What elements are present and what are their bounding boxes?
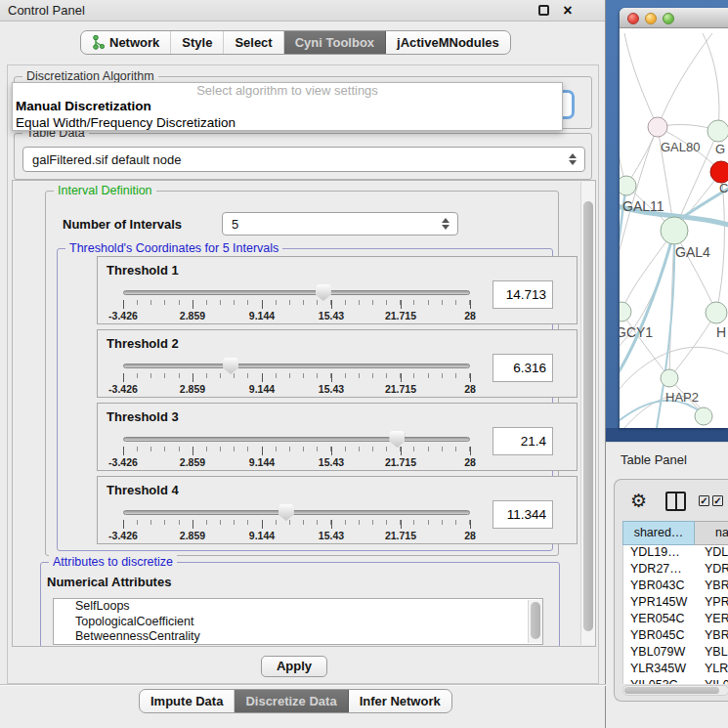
cell[interactable]: YER054C	[623, 612, 696, 628]
node-gal4[interactable]	[661, 217, 688, 244]
columns-layout-icon[interactable]	[665, 492, 686, 511]
slider-thumb[interactable]	[316, 284, 331, 301]
threshold-4-value-field[interactable]: 11.344	[492, 500, 553, 529]
cell[interactable]: YBR045C	[623, 628, 696, 645]
list-item[interactable]: BetweennessCentrality	[54, 629, 542, 645]
slider-thumb[interactable]	[389, 431, 405, 448]
table-header-row: shared… na	[622, 521, 728, 545]
table-panel: ⚙ ✓ ✓ shared… na YDL19…YDL1 YDR27…YDR2 Y…	[614, 479, 728, 702]
checkbox-icon[interactable]: ✓	[699, 495, 709, 506]
control-panel: Control Panel × Network Style Select Cyn…	[0, 0, 606, 728]
cell[interactable]: YDL1	[696, 545, 728, 562]
thresholds-group-title: Threshold's Coordinates for 5 Intervals	[65, 241, 282, 255]
table-row[interactable]: YBR045CYBR0	[623, 628, 728, 645]
table-row[interactable]: YER054CYER0	[623, 612, 728, 628]
threshold-3-value-field[interactable]: 21.4	[492, 427, 553, 455]
dropdown-placeholder-option[interactable]: Select algorithm to view settings	[13, 83, 562, 98]
slider-tick-label: 21.715	[385, 310, 416, 321]
cell[interactable]: YDR2	[696, 562, 728, 578]
table-row[interactable]: YDL19…YDL1	[623, 545, 728, 562]
table-row[interactable]: YDR27…YDR2	[623, 562, 728, 578]
gear-icon[interactable]: ⚙	[630, 492, 647, 510]
node-gal11[interactable]	[620, 176, 636, 195]
cell[interactable]: YDR27…	[623, 562, 696, 578]
tab-infer-network[interactable]: Infer Network	[349, 690, 451, 712]
node-gcy1[interactable]	[620, 302, 631, 321]
tab-infer-network-label: Infer Network	[360, 694, 441, 708]
close-icon[interactable]: ×	[559, 0, 577, 21]
float-window-icon[interactable]	[538, 5, 549, 16]
slider-major-tick	[470, 447, 471, 455]
close-traffic-light-icon[interactable]	[627, 13, 639, 24]
network-window-titlebar[interactable]	[620, 8, 728, 28]
tab-discretize-data[interactable]: Discretize Data	[235, 690, 348, 712]
interval-definition-group: Interval Definition Number of Intervals …	[45, 191, 559, 556]
control-panel-title: Control Panel	[8, 3, 85, 18]
table-row[interactable]: YLR345WYLR3	[623, 662, 728, 678]
tab-style[interactable]: Style	[171, 31, 224, 54]
cell[interactable]: YLR345W	[623, 662, 696, 678]
dropdown-option-equal-width-frequency[interactable]: Equal Width/Frequency Discretization	[13, 114, 562, 131]
column-header-shared-name[interactable]: shared…	[622, 521, 695, 545]
slider-track[interactable]	[123, 364, 470, 368]
tab-discretize-data-label: Discretize Data	[245, 694, 336, 708]
cell[interactable]: YBR043C	[623, 578, 696, 595]
tab-impute-data[interactable]: Impute Data	[140, 690, 235, 712]
cell[interactable]: YBL079W	[623, 645, 696, 662]
node-gal80[interactable]	[648, 117, 667, 137]
cell[interactable]: YBL0	[696, 645, 728, 662]
slider-tick-label: 28	[464, 383, 476, 395]
threshold-2-value-field[interactable]: 6.316	[492, 354, 553, 382]
slider-thumb[interactable]	[278, 504, 294, 521]
settings-scrollbar-thumb[interactable]	[583, 201, 593, 631]
threshold-1-value-field[interactable]: 14.713	[492, 280, 553, 309]
cell[interactable]: YIL053C	[623, 678, 696, 684]
slider-thumb[interactable]	[223, 358, 238, 374]
table-horizontal-scrollbar[interactable]	[622, 685, 728, 696]
list-item[interactable]: TopologicalCoefficient	[54, 615, 542, 630]
node-bottom-partial[interactable]	[695, 407, 712, 425]
list-item[interactable]: SelfLoops	[54, 599, 542, 615]
node-selected-red[interactable]	[710, 161, 728, 183]
dropdown-option-manual-discretization[interactable]: Manual Discretization	[13, 98, 562, 114]
cell[interactable]: YPR145W	[623, 595, 696, 612]
tab-cyni-toolbox[interactable]: Cyni Toolbox	[284, 31, 386, 54]
numerical-attributes-list[interactable]: SelfLoops TopologicalCoefficient Between…	[53, 598, 543, 645]
checkbox-icon[interactable]: ✓	[712, 495, 723, 506]
zoom-traffic-light-icon[interactable]	[663, 13, 674, 24]
list-scrollbar-thumb[interactable]	[531, 602, 540, 639]
cell[interactable]: YER0	[696, 612, 728, 628]
threshold-4-label: Threshold 4	[107, 483, 179, 497]
tab-jactivemnodules[interactable]: jActiveMNodules	[386, 31, 510, 54]
cell[interactable]: YLR3	[696, 662, 728, 678]
slider-track[interactable]	[123, 510, 470, 515]
number-of-intervals-combobox[interactable]: 5	[222, 212, 458, 236]
table-data-combobox[interactable]: galFiltered.sif default node	[22, 147, 585, 172]
node-label: GAL4	[675, 244, 710, 260]
cell[interactable]: YBR0	[696, 628, 728, 645]
node-top-right[interactable]	[707, 120, 728, 142]
cell[interactable]: YPR1	[696, 595, 728, 612]
table-horizontal-scrollbar-thumb[interactable]	[624, 687, 719, 694]
tab-network[interactable]: Network	[81, 31, 171, 54]
slider-track[interactable]	[123, 290, 470, 295]
column-header-name[interactable]: na	[695, 521, 728, 545]
list-scrollbar[interactable]	[528, 600, 542, 643]
table-row[interactable]: YIL053CYIL0	[623, 678, 728, 684]
slider-track[interactable]	[123, 437, 470, 442]
cell[interactable]: YDL19…	[623, 545, 696, 562]
cell[interactable]: YIL0	[696, 678, 728, 684]
network-view-window[interactable]: GAL80 G C GAL11 GAL4 GCY1 H HAP2	[620, 8, 728, 428]
table-body: YDL19…YDL1 YDR27…YDR2 YBR043CYBR0 YPR145…	[622, 545, 728, 684]
settings-scrollbar[interactable]	[580, 182, 595, 645]
node-hap2[interactable]	[661, 369, 678, 387]
apply-button[interactable]: Apply	[261, 656, 327, 677]
table-row[interactable]: YBL079WYBL0	[623, 645, 728, 662]
tab-select[interactable]: Select	[224, 31, 283, 54]
table-row[interactable]: YBR043CYBR0	[623, 578, 728, 595]
cell[interactable]: YBR0	[696, 578, 728, 595]
table-row[interactable]: YPR145WYPR1	[623, 595, 728, 612]
minimize-traffic-light-icon[interactable]	[645, 13, 657, 24]
node-h[interactable]	[706, 302, 727, 323]
network-canvas[interactable]: GAL80 G C GAL11 GAL4 GCY1 H HAP2	[620, 28, 728, 428]
